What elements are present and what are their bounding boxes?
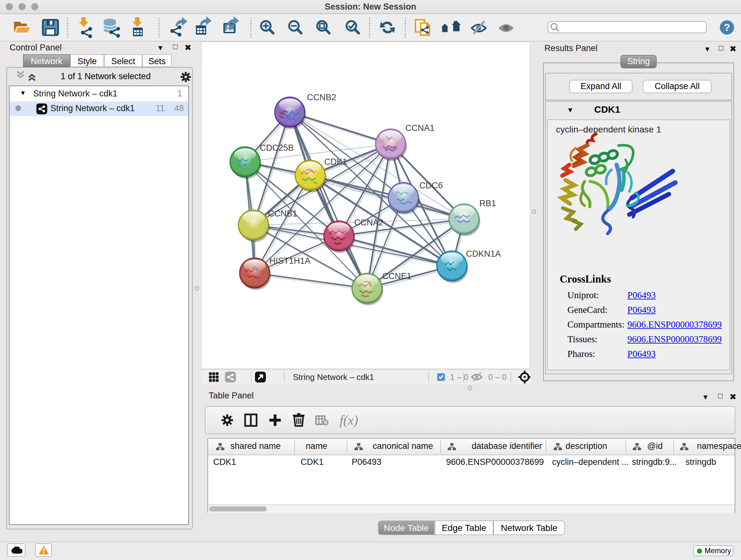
- svg-text:CCNB1: CCNB1: [268, 209, 297, 219]
- svg-text:CCNA1: CCNA1: [405, 123, 434, 133]
- svg-text:CDK1: CDK1: [324, 157, 347, 167]
- svg-text:CDKN1A: CDKN1A: [466, 249, 501, 259]
- svg-text:CDC25B: CDC25B: [260, 143, 294, 152]
- svg-text:CCNB2: CCNB2: [307, 92, 336, 102]
- svg-text:CCNE1: CCNE1: [382, 271, 412, 281]
- svg-text:CDC6: CDC6: [419, 181, 443, 190]
- svg-text:RB1: RB1: [479, 199, 496, 208]
- svg-text:?: ?: [724, 22, 730, 33]
- svg-text:f(x): f(x): [340, 413, 358, 428]
- svg-text:HIST1H1A: HIST1H1A: [269, 256, 311, 266]
- svg-text:CCNA2: CCNA2: [354, 218, 384, 227]
